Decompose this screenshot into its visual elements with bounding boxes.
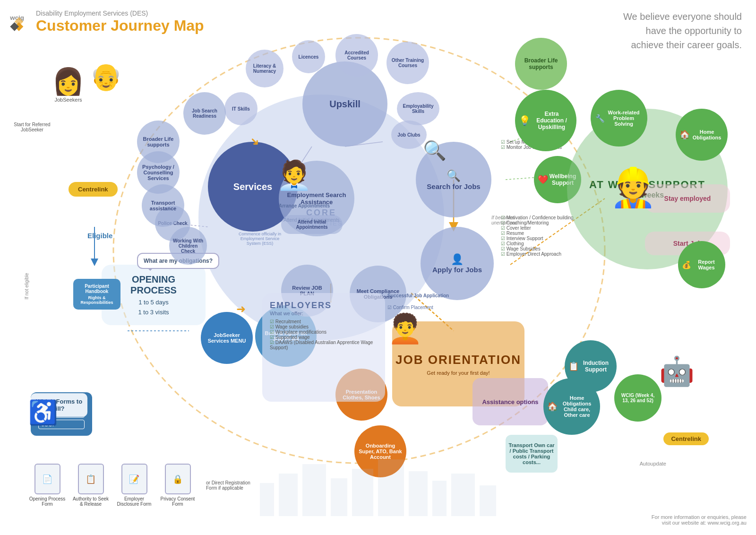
form-disclosure-icon: 📝 xyxy=(121,464,147,494)
accredited-courses-bubble: Accredited Courses xyxy=(335,34,378,77)
employers-title: EMPLOYERS xyxy=(270,301,378,311)
figure-employment: 🧑‍💼 xyxy=(276,158,312,192)
successful-application-label: Successful Job Application xyxy=(387,293,449,298)
employers-list: Recruitment Wage subsidies Workplace mod… xyxy=(270,319,378,350)
wheelchair-figure: ♿ xyxy=(28,399,58,426)
forms-row: 📄 Opening Process Form 📋 Authority to Se… xyxy=(28,464,253,507)
form-authority-icon: 📋 xyxy=(78,464,104,494)
commence-label: Commence officially in Employment Servic… xyxy=(236,232,284,246)
svg-rect-26 xyxy=(480,485,496,516)
if-unemployed-label: If becomesunemployed xyxy=(491,215,517,225)
employer-item-1: Wage subsidies xyxy=(270,324,378,329)
broader-supports-circle[interactable]: Broader Life supports xyxy=(515,38,567,90)
extra-edu-circle[interactable]: 💡 Extra Education / Upskilling xyxy=(515,90,576,151)
svg-rect-23 xyxy=(409,471,428,516)
handbook-box: Participant Handbook Rights & Responsibi… xyxy=(73,279,120,310)
svg-rect-19 xyxy=(302,464,326,516)
form-opening-process: 📄 Opening Process Form xyxy=(28,464,66,507)
form-employer-disclosure: 📝 Employer Disclosure Form xyxy=(115,464,153,507)
other-training-bubble: Other Training Courses xyxy=(387,42,429,84)
flow-arrow-2: ➜ xyxy=(236,302,246,316)
job-clubs-bubble: Job Clubs xyxy=(391,121,427,149)
arrange-appointments-label: Arrange Appointments xyxy=(279,203,330,208)
tagline: We believe everyone should have the oppo… xyxy=(623,9,742,52)
svg-rect-24 xyxy=(432,481,447,516)
city-silhouette xyxy=(236,459,520,516)
jobseeker-menu-circle[interactable]: JobSeeker Services MENU xyxy=(201,312,253,364)
eligible-label: Eligible xyxy=(87,232,112,240)
figure-search: 🔍 xyxy=(423,139,447,162)
worker-figure: 👷 xyxy=(610,165,657,210)
apply-jobs-circle[interactable]: 👤 Apply for Jobs xyxy=(421,227,494,300)
employers-subtitle: What we offer: xyxy=(270,311,378,316)
header: wcig Disability Employment Services (DES… xyxy=(9,9,204,35)
transport-assistance-circle[interactable]: Transport assistance xyxy=(142,184,184,227)
working-children-circle[interactable]: Working With Children Check xyxy=(169,227,207,265)
header-titles: Disability Employment Services (DES) Cus… xyxy=(36,9,204,35)
centrelink-oval[interactable]: Centrelink xyxy=(69,182,118,197)
footer-text: For more information or enquiries, pleas… xyxy=(652,514,747,526)
form-privacy-icon: 🔒 xyxy=(165,464,191,494)
job-orientation-subtitle: Get ready for your first day! xyxy=(427,370,490,376)
employer-item-0: Recruitment xyxy=(270,319,378,324)
svg-rect-18 xyxy=(279,474,298,516)
form-privacy-consent: 🔒 Privacy Consent Form xyxy=(159,464,197,507)
jobseeker-figure-2: 👴 xyxy=(90,61,122,92)
not-eligible-label: If not eligible xyxy=(24,273,29,299)
wcig-logo: wcig xyxy=(9,13,28,32)
employers-box: EMPLOYERS What we offer: Recruitment Wag… xyxy=(262,293,385,402)
employability-skills-bubble: Employability Skills xyxy=(397,92,439,125)
svg-rect-17 xyxy=(260,483,274,516)
logo-area: wcig xyxy=(9,13,28,32)
confirm-placement-label: ☑ Confirm Placement xyxy=(387,305,433,310)
wcig-weeks-circle[interactable]: WCIG (Week 4, 13, 26 and 52) xyxy=(614,374,662,422)
licences-bubble: Licences xyxy=(292,40,325,73)
employer-item-3: Supported wage xyxy=(270,335,378,340)
diagram-container: wcig Disability Employment Services (DES… xyxy=(0,0,756,535)
report-wages-circle[interactable]: 💰 Report Wages xyxy=(678,241,725,288)
svg-rect-22 xyxy=(378,459,404,516)
jobseekers-label: JobSeekers xyxy=(52,97,85,103)
svg-rect-21 xyxy=(352,469,373,516)
orientation-figure: 🧑‍🦱 xyxy=(387,312,423,345)
upskill-circle[interactable]: Upskill xyxy=(302,61,387,147)
header-title: Customer Journey Map xyxy=(36,17,204,35)
handbook-sub: Rights & Responsibilities xyxy=(79,295,115,305)
autoupdate-label: Autoupdate xyxy=(640,461,666,466)
literacy-bubble: Literacy & Numeracy xyxy=(246,50,284,87)
header-subtitle: Disability Employment Services (DES) xyxy=(36,9,204,17)
job-search-readiness-circle[interactable]: Job Search Readiness xyxy=(183,92,226,135)
start-referred-label: Start for Referred JobSeeker xyxy=(13,122,51,132)
employer-item-4: DAAWS (Disabled Australian Apprentice Wa… xyxy=(270,340,378,350)
attend-appt-pill: Attend Initial Appointments xyxy=(281,215,343,234)
employer-item-2: Workplace modifications xyxy=(270,329,378,335)
home-obl-bottom-circle[interactable]: 🏠 Home Obligations Child care, Other car… xyxy=(543,378,600,435)
induction-figure: 🤖 xyxy=(659,354,695,388)
handbook-title: Participant Handbook xyxy=(79,284,115,294)
svg-rect-20 xyxy=(331,478,347,516)
centrelink-bottom[interactable]: Centrelink xyxy=(663,432,709,445)
stay-employed-badge: Stay employed xyxy=(645,184,730,213)
assistance-box: Assistance options xyxy=(472,378,548,425)
form-authority: 📋 Authority to Seek & Release xyxy=(72,464,110,507)
opening-days: 1 to 5 days xyxy=(111,299,196,306)
form-opening-icon: 📄 xyxy=(34,464,60,494)
svg-rect-25 xyxy=(451,474,475,516)
opening-visits: 1 to 3 visits xyxy=(111,309,196,316)
jobseeker-figure-1: 👩 JobSeekers xyxy=(52,66,85,103)
it-skills-bubble: IT Skills xyxy=(224,92,258,125)
job-orientation-title: JOB ORIENTATION xyxy=(395,353,521,367)
home-obligations-top-circle[interactable]: 🏠 Home Obligations xyxy=(676,109,728,161)
opening-title: OPENING PROCESS xyxy=(111,274,196,296)
work-problem-circle[interactable]: 🔧 Work-related Problem Solving xyxy=(591,90,647,147)
